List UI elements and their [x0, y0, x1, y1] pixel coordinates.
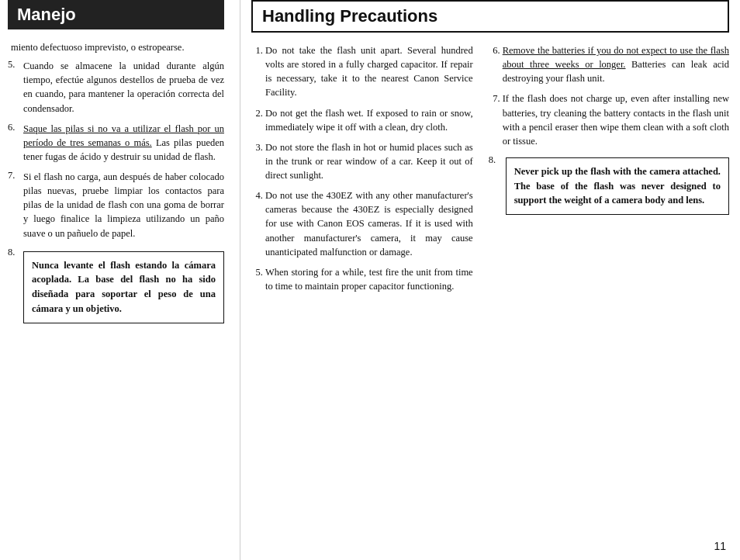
underlined-text: Saque las pilas si no va a utilizar el f…	[23, 123, 224, 148]
page-number: 11	[714, 540, 726, 552]
list-item-boxed: 8. Never pick up the flash with the came…	[489, 154, 729, 215]
item-num: 5.	[8, 59, 20, 116]
list-item: 5. Cuando se almacene la unidad durante …	[8, 59, 224, 116]
item-text: Cuando se almacene la unidad durante alg…	[23, 59, 224, 116]
list-item: If the flash does not charge up, even af…	[503, 92, 729, 148]
list-item: Do not use the 430EZ with any other manu…	[265, 188, 473, 259]
left-intro: miento defectuoso imprevisto, o estropea…	[8, 40, 224, 54]
right-list-1: Do not take the flash unit apart. Severa…	[251, 43, 473, 293]
list-item: 6. Saque las pilas si no va a utilizar e…	[8, 122, 224, 164]
right-list-2: Remove the batteries if you do not expec…	[489, 43, 729, 148]
item-num: 7.	[8, 170, 20, 240]
right-col-2: Remove the batteries if you do not expec…	[481, 43, 729, 299]
list-item-boxed: 8. Nunca levante el flash estando la cám…	[8, 247, 224, 323]
list-item: 7. Si el flash no carga, aun después de …	[8, 170, 224, 240]
list-item: Do not get the flash wet. If exposed to …	[265, 106, 473, 134]
list-item: Remove the batteries if you do not expec…	[503, 43, 729, 85]
item-num: 6.	[8, 122, 20, 164]
left-header: Manejo	[8, 0, 224, 29]
list-item: Do not store the flash in hot or humid p…	[265, 140, 473, 182]
left-column: Manejo miento defectuoso imprevisto, o e…	[0, 0, 240, 560]
list-item: When storing for a while, test fire the …	[265, 265, 473, 293]
right-column: Handling Precautions Do not take the fla…	[240, 0, 740, 560]
right-content: Do not take the flash unit apart. Severa…	[251, 43, 729, 299]
list-item: Do not take the flash unit apart. Severa…	[265, 43, 473, 100]
item-text: Si el flash no carga, aun después de hab…	[23, 170, 224, 240]
boxed-text-right: Never pick up the flash with the camera …	[506, 157, 729, 215]
right-col-1: Do not take the flash unit apart. Severa…	[251, 43, 481, 299]
item-text: Saque las pilas si no va a utilizar el f…	[23, 122, 224, 164]
right-header: Handling Precautions	[251, 0, 729, 33]
page: Manejo miento defectuoso imprevisto, o e…	[0, 0, 740, 560]
boxed-text-left: Nunca levante el flash estando la cámara…	[23, 251, 224, 323]
item-num: 8.	[489, 154, 503, 215]
item-num: 8.	[8, 247, 20, 323]
underlined-text: Remove the batteries if you do not expec…	[503, 45, 729, 70]
